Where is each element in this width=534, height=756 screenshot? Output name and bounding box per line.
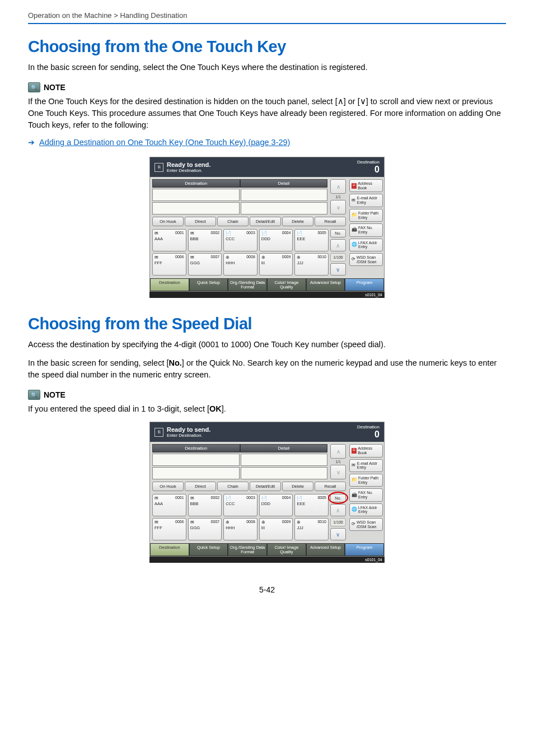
direct-button[interactable]: Direct	[185, 482, 216, 491]
one-touch-key[interactable]: ⊕0008HHH	[223, 253, 257, 276]
one-touch-key[interactable]: ✉0002BBB	[188, 494, 222, 516]
one-touch-key[interactable]: ✉0002BBB	[188, 229, 222, 251]
status-code: s0101_04	[149, 557, 385, 563]
detail-cell	[241, 202, 328, 214]
note-label: NOTE	[44, 83, 65, 92]
tab-destination[interactable]: Destination	[150, 278, 189, 291]
col-destination: Destination	[152, 444, 240, 452]
tab-program[interactable]: Program	[345, 543, 384, 556]
mail-icon: ✉	[352, 463, 356, 468]
one-touch-key[interactable]: 📄0005EEE	[294, 494, 329, 516]
ifax-icon: 🌐	[352, 507, 357, 512]
one-touch-key[interactable]: 📄0005EEE	[294, 229, 329, 251]
tab-quick-setup[interactable]: Quick Setup	[189, 278, 228, 291]
fax-entry-button[interactable]: 📠FAX No. Entry	[349, 223, 383, 236]
mail-icon: ✉	[190, 496, 194, 501]
doc-icon: 📄	[261, 231, 267, 236]
no-button[interactable]: No.	[330, 229, 346, 237]
doc-icon: 📄	[226, 496, 231, 501]
scroll-up-icon[interactable]: ∧	[330, 444, 346, 459]
note-label: NOTE	[44, 390, 65, 399]
tab-program[interactable]: Program	[345, 278, 384, 291]
key-scroll-down-icon[interactable]: ∨	[330, 263, 346, 276]
one-touch-key[interactable]: ✉0006FFF	[152, 253, 186, 276]
intro-one-touch: In the basic screen for sending, select …	[28, 62, 506, 73]
wsd-scan-button[interactable]: ⟳WSD Scan /DSM Scan	[349, 518, 383, 531]
key-scroll-up-icon[interactable]: ∧	[330, 504, 346, 516]
doc-icon: 📄	[226, 231, 231, 236]
tab-org-sending[interactable]: Org./Sending Data Format	[228, 543, 267, 556]
tab-advanced[interactable]: Advanced Setup	[306, 278, 345, 291]
tab-color-quality[interactable]: Color/ Image Quality	[267, 278, 306, 291]
one-touch-key[interactable]: ⊕0010JJJ	[294, 518, 329, 540]
tab-color-quality[interactable]: Color/ Image Quality	[267, 543, 306, 556]
on-hook-button[interactable]: On Hook	[152, 217, 184, 226]
delete-button[interactable]: Delete	[282, 482, 313, 491]
key-scroll-down-icon[interactable]: ∨	[330, 528, 346, 540]
delete-button[interactable]: Delete	[282, 217, 313, 226]
one-touch-key[interactable]: ⊕0009III	[259, 253, 293, 276]
one-touch-key[interactable]: 📄0003CCC	[223, 494, 257, 516]
touch-panel-screenshot-b: ⎘ Ready to send. Enter Destination. Dest…	[149, 422, 385, 557]
folder-entry-button[interactable]: 📁Folder Path Entry	[349, 474, 383, 487]
one-touch-key[interactable]: 📄0004DDD	[259, 494, 293, 516]
one-touch-key[interactable]: ✉0007GGG	[188, 518, 222, 540]
dest-label: Destination	[357, 160, 380, 165]
mail-icon: ✉	[154, 255, 158, 260]
wsd-scan-button[interactable]: ⟳WSD Scan /DSM Scan	[349, 253, 383, 266]
key-scroll-up-icon[interactable]: ∧	[330, 239, 346, 251]
scroll-down-icon[interactable]: ∨	[330, 465, 346, 479]
fax-icon: 📠	[352, 227, 357, 233]
ifax-entry-button[interactable]: 🌐i-FAX Addr Entry	[349, 239, 383, 251]
dest-count: 0	[374, 430, 380, 439]
group-icon: ⊕	[226, 255, 229, 260]
ifax-icon: 🌐	[352, 242, 357, 248]
col-destination: Destination	[152, 179, 240, 188]
chain-button[interactable]: Chain	[217, 217, 249, 226]
email-entry-button[interactable]: ✉E-mail Addr Entry	[349, 459, 383, 472]
doc-icon: 📄	[261, 496, 267, 501]
one-touch-key[interactable]: ✉0006FFF	[152, 518, 186, 540]
email-entry-button[interactable]: ✉E-mail Addr Entry	[349, 194, 383, 207]
group-icon: ⊕	[261, 255, 265, 260]
recall-button[interactable]: Recall	[315, 482, 346, 491]
fax-entry-button[interactable]: 📠FAX No. Entry	[349, 488, 383, 501]
xref-link[interactable]: Adding a Destination on One Touch Key (O…	[39, 138, 290, 147]
instruction-speed-dial: In the basic screen for sending, select …	[28, 357, 506, 381]
mail-icon: ✉	[154, 496, 158, 501]
one-touch-key[interactable]: 📄0003CCC	[223, 229, 257, 251]
no-button[interactable]: No.	[330, 494, 346, 502]
folder-icon: 📁	[352, 478, 357, 483]
mail-icon: ✉	[190, 255, 194, 260]
direct-button[interactable]: Direct	[185, 217, 216, 226]
tab-quick-setup[interactable]: Quick Setup	[189, 543, 228, 556]
tab-destination[interactable]: Destination	[150, 543, 189, 556]
folder-entry-button[interactable]: 📁Folder Path Entry	[349, 209, 383, 222]
chain-button[interactable]: Chain	[217, 482, 249, 491]
address-book-button[interactable]: ≡Address Book	[349, 179, 383, 192]
tab-org-sending[interactable]: Org./Sending Data Format	[228, 278, 267, 291]
on-hook-button[interactable]: On Hook	[152, 482, 184, 491]
one-touch-key[interactable]: 📄0004DDD	[259, 229, 293, 251]
doc-icon: 📄	[297, 496, 302, 501]
scroll-up-icon[interactable]: ∧	[330, 179, 346, 194]
detail-edit-button[interactable]: Detail/Edit	[250, 482, 281, 491]
dest-cell	[152, 202, 240, 214]
one-touch-key[interactable]: ⊕0010JJJ	[294, 253, 329, 276]
ifax-entry-button[interactable]: 🌐i-FAX Addr Entry	[349, 503, 383, 516]
tab-advanced[interactable]: Advanced Setup	[306, 543, 345, 556]
group-icon: ⊕	[297, 255, 301, 260]
one-touch-key[interactable]: ✉0001AAA	[152, 494, 186, 516]
one-touch-key[interactable]: ✉0007GGG	[188, 253, 222, 276]
detail-edit-button[interactable]: Detail/Edit	[250, 217, 281, 226]
send-icon: ⎘	[154, 428, 163, 437]
link-arrow-icon: ➔	[28, 138, 35, 147]
group-icon: ⊕	[261, 520, 265, 525]
one-touch-key[interactable]: ⊕0009III	[259, 518, 293, 540]
one-touch-key[interactable]: ✉0001AAA	[152, 229, 186, 251]
scroll-down-icon[interactable]: ∨	[330, 200, 346, 214]
one-touch-key[interactable]: ⊕0008HHH	[223, 518, 257, 540]
recall-button[interactable]: Recall	[315, 217, 346, 226]
mail-icon: ✉	[154, 520, 158, 525]
address-book-button[interactable]: ≡Address Book	[349, 444, 383, 457]
